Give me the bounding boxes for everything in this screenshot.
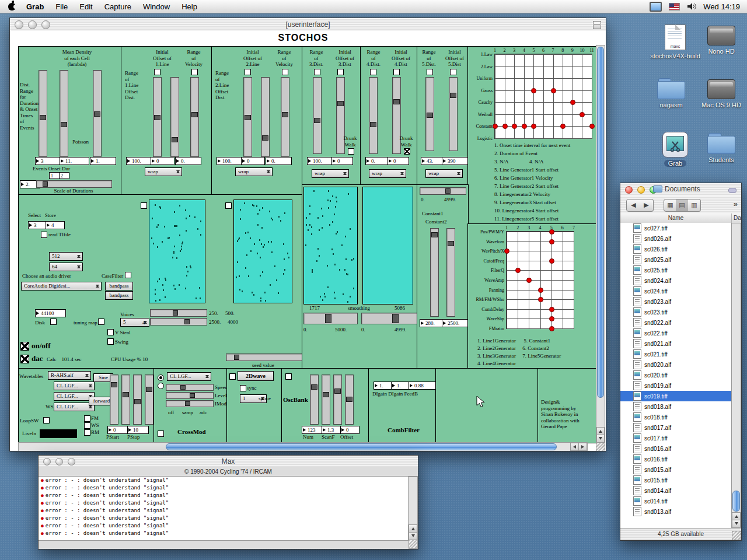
number-box[interactable]: 100. [307, 157, 334, 165]
toolbar-overflow-chevron[interactable]: » [734, 200, 738, 208]
audio-driver-menu[interactable]: CoreAudio Digidesi... [21, 282, 102, 290]
checkbox[interactable] [154, 69, 160, 75]
list-item[interactable]: snd024.aif [620, 275, 732, 286]
matrix-dot[interactable] [531, 88, 536, 93]
checkbox[interactable] [158, 430, 164, 437]
menu-window[interactable]: Window [137, 2, 176, 11]
vertical-slider[interactable] [133, 374, 142, 425]
number-box[interactable]: 10 [127, 426, 149, 434]
matrix-dot[interactable] [580, 112, 585, 117]
vertical-slider[interactable] [39, 70, 47, 157]
imode-slider[interactable] [166, 400, 214, 407]
matrix-dot[interactable] [549, 239, 554, 244]
keyboard-layout-icon[interactable] [669, 3, 680, 10]
speed-slider[interactable] [166, 384, 214, 391]
icon-view-button[interactable]: ▦ [664, 199, 677, 212]
matrix-dot[interactable] [493, 124, 498, 129]
number-box[interactable]: 0. [365, 157, 390, 165]
list-item[interactable]: sc020.tiff [620, 370, 732, 380]
title-bar[interactable]: Max [39, 456, 418, 468]
number-box[interactable]: 2 [59, 172, 69, 179]
vertical-slider[interactable] [425, 77, 434, 151]
matrix-dot[interactable] [522, 124, 527, 129]
displays-menu-icon[interactable] [650, 2, 662, 12]
list-item[interactable]: sc019.tiff [620, 391, 732, 401]
number-box[interactable]: 3 [35, 157, 60, 165]
menu-capture[interactable]: Capture [99, 2, 137, 11]
number-box[interactable]: 0. [175, 157, 201, 165]
checkbox[interactable] [225, 202, 232, 209]
vertical-slider[interactable] [313, 77, 322, 154]
checkbox[interactable] [240, 385, 246, 391]
checkbox[interactable] [141, 202, 147, 209]
matrix-dot[interactable] [526, 278, 532, 283]
range-slider[interactable] [303, 313, 358, 324]
error-list[interactable]: ●error : - : doesn't understand "signal"… [39, 477, 409, 541]
list-item[interactable]: snd017.aif [620, 422, 732, 433]
resize-grip[interactable] [732, 531, 741, 540]
windowshade-button[interactable] [593, 21, 601, 29]
number-box[interactable]: 4 [46, 221, 65, 229]
checkbox[interactable] [450, 69, 456, 75]
checkbox[interactable] [50, 318, 57, 325]
horizontal-slider[interactable] [150, 318, 207, 326]
checkbox[interactable] [245, 69, 251, 75]
list-item[interactable]: sc023.tiff [620, 307, 732, 317]
matrix-dot[interactable] [549, 326, 554, 331]
matrix-dot[interactable] [551, 88, 556, 93]
checkbox[interactable] [98, 318, 104, 325]
list-item[interactable]: snd021.aif [620, 338, 732, 349]
error-row[interactable]: ●error : - : doesn't understand "signal" [39, 477, 409, 484]
desktop-icon-nono-hd[interactable]: Nono HD [693, 26, 747, 56]
number-box[interactable]: 390 [442, 157, 468, 165]
vertical-slider[interactable] [310, 374, 319, 425]
checkbox[interactable] [125, 272, 131, 278]
menu-clock[interactable]: Wed 14:19 [703, 2, 740, 11]
list-item[interactable]: snd023.aif [620, 296, 732, 307]
matrix-dot[interactable] [531, 124, 536, 129]
title-bar[interactable]: Documents [620, 183, 741, 197]
error-row[interactable]: ●error : - : doesn't understand "signal" [39, 522, 409, 530]
list-item[interactable]: snd013.aif [620, 506, 732, 517]
menu-grab[interactable]: Grab [20, 2, 50, 11]
number-box[interactable]: 0.88 [409, 382, 437, 390]
number-box[interactable]: 0 [151, 157, 174, 165]
vertical-slider[interactable] [430, 228, 439, 317]
vertical-slider[interactable] [153, 77, 162, 157]
horizontal-slider[interactable] [420, 187, 466, 195]
bandpass-button[interactable]: bandpass [105, 291, 133, 300]
desktop-icon-macos9-hd[interactable]: Mac OS 9 HD [693, 79, 747, 110]
number-box[interactable]: 0 [340, 426, 359, 434]
error-row[interactable]: ●error : - : doesn't understand "signal" [39, 492, 409, 499]
menu-edit[interactable]: Edit [74, 2, 98, 11]
horizontal-scrollbar[interactable] [18, 442, 588, 451]
wrap-menu[interactable]: wrap [235, 167, 273, 176]
number-box[interactable]: 100. [217, 157, 244, 165]
list-item[interactable]: sc024.tiff [620, 286, 732, 296]
matrix-dot[interactable] [515, 268, 521, 273]
error-row[interactable]: ●error : - : doesn't understand "signal" [39, 530, 409, 537]
number-box[interactable]: 1. [90, 157, 116, 165]
checkbox[interactable] [404, 148, 410, 155]
list-item[interactable]: snd025.aif [620, 254, 732, 265]
list-item[interactable]: snd020.aif [620, 359, 732, 370]
menu-file[interactable]: File [50, 2, 74, 11]
list-item[interactable]: sc025.tiff [620, 265, 732, 275]
distribution-dot-grid[interactable]: 12345678910111.Law2.LawUniformGaussCauch… [494, 54, 592, 139]
forward-button[interactable]: ▶ [640, 199, 654, 212]
list-item[interactable]: sc026.tiff [620, 244, 732, 254]
vertical-slider[interactable] [322, 374, 330, 425]
checkbox[interactable] [393, 69, 400, 75]
horizontal-slider[interactable] [36, 180, 112, 188]
matrix-dot[interactable] [549, 307, 554, 312]
checkbox[interactable] [427, 69, 433, 75]
checkbox[interactable] [348, 148, 354, 155]
desktop-icon-nagasm[interactable]: nagasm [643, 78, 699, 110]
list-item[interactable]: snd026.aif [620, 233, 732, 244]
number-box[interactable]: 11. [60, 157, 89, 165]
resize-grip[interactable] [596, 442, 605, 451]
checkbox[interactable] [41, 232, 47, 238]
number-box[interactable]: 0 [388, 157, 409, 165]
checkbox[interactable] [282, 69, 288, 75]
checkbox[interactable] [107, 338, 114, 345]
